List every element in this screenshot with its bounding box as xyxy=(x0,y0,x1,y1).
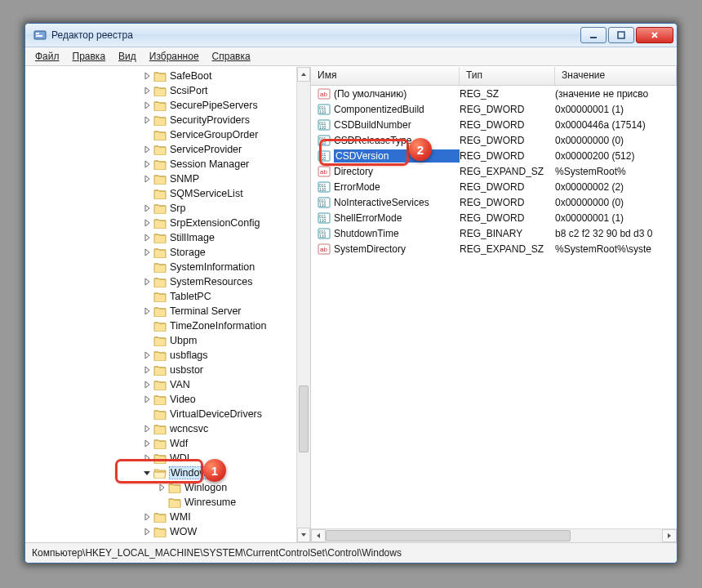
tree-item-label: SQMServiceList xyxy=(170,188,243,199)
scroll-up-button[interactable] xyxy=(297,67,310,82)
values-hscrollbar[interactable] xyxy=(311,528,677,542)
minimize-button[interactable] xyxy=(580,27,606,43)
column-type[interactable]: Тип xyxy=(460,67,555,85)
tree-item[interactable]: TimeZoneInformation xyxy=(25,318,296,333)
values-list[interactable]: ab(По умолчанию)REG_SZ(значение не присв… xyxy=(311,86,677,528)
tree-item[interactable]: SecurityProviders xyxy=(25,113,296,127)
tree-item[interactable]: TabletPC xyxy=(25,289,296,304)
tree-item[interactable]: Ubpm xyxy=(25,333,296,348)
tree-item-label: TimeZoneInformation xyxy=(170,320,266,332)
menu-file[interactable]: Файл xyxy=(30,49,64,64)
string-value-icon: ab xyxy=(318,243,331,256)
expand-icon[interactable] xyxy=(142,394,152,404)
folder-icon xyxy=(153,438,167,449)
tree-item[interactable]: Session Manager xyxy=(25,157,296,172)
expand-icon[interactable] xyxy=(142,439,152,448)
expand-icon[interactable] xyxy=(142,306,152,316)
expand-icon[interactable] xyxy=(142,71,152,81)
tree-item[interactable]: wcncsvc xyxy=(25,421,296,436)
tree-item[interactable]: StillImage xyxy=(25,230,296,245)
value-data: 0x00000002 (2) xyxy=(555,181,677,193)
hscroll-thumb[interactable] xyxy=(326,530,571,541)
expand-icon[interactable] xyxy=(142,380,152,390)
value-type: REG_SZ xyxy=(460,88,555,100)
column-name[interactable]: Имя xyxy=(311,67,460,85)
value-row[interactable]: 011110ComponentizedBuildREG_DWORD0x00000… xyxy=(311,101,677,117)
expand-icon[interactable] xyxy=(142,159,152,169)
tree-item[interactable]: Winlogon xyxy=(25,480,296,495)
tree-item-label: SafeBoot xyxy=(170,70,211,82)
tree-item[interactable]: ScsiPort xyxy=(25,83,296,98)
expand-icon[interactable] xyxy=(142,203,152,213)
expand-icon[interactable] xyxy=(157,483,167,492)
expand-icon[interactable] xyxy=(142,218,152,228)
menu-help[interactable]: Справка xyxy=(207,49,255,64)
tree-item[interactable]: Terminal Server xyxy=(25,304,296,318)
tree-item[interactable]: SNMP xyxy=(25,172,296,186)
tree-item[interactable]: SystemInformation xyxy=(25,260,296,274)
expand-icon[interactable] xyxy=(142,233,152,243)
tree-item[interactable]: Wdf xyxy=(25,436,296,451)
scroll-right-button[interactable] xyxy=(662,529,677,542)
value-row[interactable]: 011110ShellErrorModeREG_DWORD0x00000001 … xyxy=(311,210,677,225)
value-row[interactable]: 011110ErrorModeREG_DWORD0x00000002 (2) xyxy=(311,179,677,194)
registry-tree[interactable]: SafeBootScsiPortSecurePipeServersSecurit… xyxy=(25,67,296,542)
expand-icon[interactable] xyxy=(142,277,152,287)
tree-scrollbar[interactable] xyxy=(296,67,310,542)
menu-view[interactable]: Вид xyxy=(113,49,141,64)
tree-item[interactable]: SQMServiceList xyxy=(25,186,296,201)
tree-item[interactable]: WDI xyxy=(25,451,296,466)
menu-edit[interactable]: Правка xyxy=(68,49,111,64)
tree-item[interactable]: usbflags xyxy=(25,348,296,363)
expand-icon[interactable] xyxy=(142,512,152,522)
expand-icon[interactable] xyxy=(142,365,152,375)
scroll-thumb[interactable] xyxy=(299,385,309,452)
expand-icon[interactable] xyxy=(142,350,152,360)
tree-item[interactable]: Winresume xyxy=(25,495,296,510)
tree-item[interactable]: Storage xyxy=(25,245,296,260)
value-row[interactable]: abSystemDirectoryREG_EXPAND_SZ%SystemRoo… xyxy=(311,241,677,256)
expand-icon[interactable] xyxy=(142,174,152,184)
value-row[interactable]: abDirectoryREG_EXPAND_SZ%SystemRoot% xyxy=(311,163,677,179)
maximize-button[interactable] xyxy=(608,27,634,43)
tree-item[interactable]: VAN xyxy=(25,377,296,392)
tree-item[interactable]: WOW xyxy=(25,524,296,539)
value-row[interactable]: 011110CSDReleaseTypeREG_DWORD0x00000000 … xyxy=(311,132,677,148)
tree-item[interactable]: Windows xyxy=(25,466,296,480)
expand-icon[interactable] xyxy=(142,115,152,125)
string-value-icon: ab xyxy=(318,165,331,178)
expand-icon[interactable] xyxy=(142,453,152,463)
tree-item[interactable]: SystemResources xyxy=(25,274,296,289)
tree-item[interactable]: Video xyxy=(25,392,296,407)
folder-icon xyxy=(153,129,167,140)
tree-item[interactable]: SafeBoot xyxy=(25,69,296,83)
expand-icon[interactable] xyxy=(142,527,152,537)
value-row[interactable]: 011110ShutdownTimeREG_BINARYb8 c2 f2 32 … xyxy=(311,225,677,241)
tree-item[interactable]: Srp xyxy=(25,201,296,216)
menu-favorites[interactable]: Избранное xyxy=(144,49,204,64)
value-row[interactable]: ab(По умолчанию)REG_SZ(значение не присв… xyxy=(311,86,677,101)
expand-icon[interactable] xyxy=(142,86,152,96)
tree-item[interactable]: usbstor xyxy=(25,363,296,377)
tree-item[interactable]: SrpExtensionConfig xyxy=(25,216,296,230)
expand-icon[interactable] xyxy=(142,424,152,434)
expand-icon[interactable] xyxy=(142,100,152,110)
scroll-left-button[interactable] xyxy=(311,529,326,542)
value-data: %SystemRoot%\syste xyxy=(555,243,677,255)
collapse-icon[interactable] xyxy=(142,468,152,478)
expand-icon[interactable] xyxy=(142,145,152,154)
tree-item-label: TabletPC xyxy=(170,291,211,302)
column-value[interactable]: Значение xyxy=(555,67,677,85)
scroll-down-button[interactable] xyxy=(297,528,310,542)
value-row[interactable]: 011110CSDVersionREG_DWORD0x00000200 (512… xyxy=(311,148,677,163)
tree-item[interactable]: ServiceProvider xyxy=(25,142,296,157)
value-row[interactable]: 011110CSDBuildNumberREG_DWORD0x0000446a … xyxy=(311,117,677,132)
tree-item[interactable]: ServiceGroupOrder xyxy=(25,127,296,142)
tree-item[interactable]: SecurePipeServers xyxy=(25,98,296,113)
value-row[interactable]: 011110NoInteractiveServicesREG_DWORD0x00… xyxy=(311,194,677,210)
tree-item[interactable]: WMI xyxy=(25,510,296,524)
value-name: ShellErrorMode xyxy=(334,212,460,224)
expand-icon[interactable] xyxy=(142,247,152,257)
tree-item[interactable]: VirtualDeviceDrivers xyxy=(25,407,296,421)
close-button[interactable] xyxy=(636,27,673,43)
